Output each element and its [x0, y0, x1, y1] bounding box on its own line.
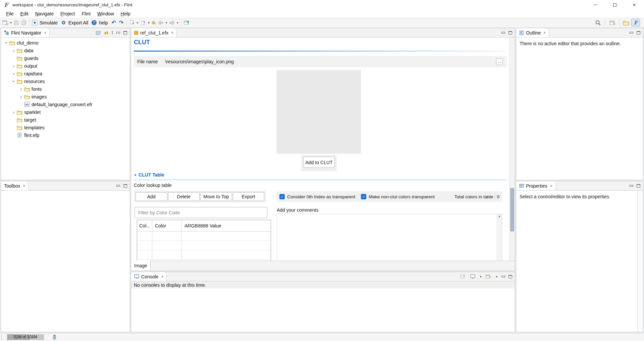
menu-edit[interactable]: Edit	[17, 10, 32, 17]
non-clut-transparent-checkbox[interactable]: ✓	[361, 194, 366, 199]
clut-table-section-header[interactable]: ▾ CLUT Table	[134, 172, 164, 178]
tree-item-templates[interactable]: templates	[1, 124, 130, 131]
tree-item-fonts[interactable]: ›fonts	[1, 85, 130, 93]
toolbox-close-icon[interactable]: ×	[23, 184, 25, 188]
tree-chevron-icon[interactable]: ›	[4, 40, 9, 46]
display-console-dropdown-icon[interactable]: ▾	[480, 275, 482, 278]
tab-properties[interactable]: Properties ×	[516, 181, 556, 190]
flint-perspective-icon[interactable]: F	[631, 19, 640, 26]
editor-scrollbar[interactable]	[509, 38, 515, 261]
properties-scrollbar[interactable]	[637, 191, 643, 332]
open-console-dropdown-icon[interactable]: ▾	[496, 275, 497, 278]
heap-status[interactable]: 52M of 108M	[7, 334, 44, 340]
clut-table[interactable]: Col... Color ARGB8888 Value	[137, 220, 271, 261]
navigator-close-icon[interactable]: ×	[44, 30, 46, 35]
help-button[interactable]: ? help	[91, 19, 110, 26]
editor-scrollbar-thumb[interactable]	[510, 188, 514, 231]
maximize-view-icon[interactable]	[123, 31, 127, 35]
minimize-button[interactable]	[586, 0, 605, 10]
resource-perspective-icon[interactable]	[623, 19, 629, 26]
open-console-icon[interactable]	[485, 273, 492, 280]
new-wizard-dropdown-icon[interactable]: ▾	[10, 21, 12, 24]
undo-icon[interactable]: ↶	[111, 19, 117, 26]
menu-navigate[interactable]: Navigate	[32, 10, 57, 17]
transparent-0th-index-checkbox[interactable]: ✓	[279, 194, 285, 199]
pin-console-icon[interactable]	[460, 273, 466, 280]
maximize-view-icon[interactable]	[637, 184, 640, 188]
maximize-view-icon[interactable]	[508, 31, 512, 35]
move-to-top-button[interactable]: Move to Top	[200, 192, 232, 201]
minimize-view-icon[interactable]	[116, 32, 120, 33]
tree-item-clut_demo[interactable]: ›clut_demo	[1, 39, 130, 47]
export-button[interactable]: Export	[233, 192, 265, 201]
pin-editor-icon[interactable]	[183, 19, 190, 26]
forward-dropdown-icon[interactable]: ▾	[177, 21, 178, 24]
menu-file[interactable]: File	[3, 10, 17, 17]
table-row[interactable]	[137, 241, 271, 250]
outline-close-icon[interactable]: ×	[543, 30, 546, 35]
search-icon[interactable]	[595, 19, 601, 26]
redo-icon[interactable]: ↷	[118, 19, 124, 26]
tree-chevron-icon[interactable]: ›	[11, 48, 16, 53]
tree-item-resources[interactable]: ›resources	[1, 77, 130, 85]
next-annotation-icon[interactable]	[129, 19, 135, 26]
tree-chevron-icon[interactable]: ›	[11, 79, 16, 84]
comments-scrollbar[interactable]: ▲	[497, 214, 502, 261]
garbage-collect-icon[interactable]	[52, 334, 57, 340]
properties-close-icon[interactable]: ×	[550, 184, 552, 188]
previous-annotation-dropdown-icon[interactable]: ▾	[148, 21, 150, 24]
minimize-view-icon[interactable]	[116, 185, 120, 187]
maximize-button[interactable]	[605, 0, 625, 10]
new-wizard-icon[interactable]	[2, 19, 8, 26]
tree-item-flint.efp[interactable]: flint.efp	[1, 131, 130, 139]
browse-button[interactable]: ...	[496, 58, 503, 65]
console-close-icon[interactable]: ×	[161, 274, 163, 279]
back-icon[interactable]	[158, 19, 164, 26]
comments-textarea[interactable]: ▲	[277, 214, 502, 261]
tree-chevron-icon[interactable]: ›	[18, 94, 24, 99]
add-to-clut-button[interactable]: Add to CLUT	[303, 157, 335, 168]
delete-button[interactable]: Delete	[168, 192, 200, 201]
tree-item-images[interactable]: ›images	[1, 93, 130, 100]
filter-color-code-input[interactable]	[135, 207, 267, 218]
open-perspective-icon[interactable]	[609, 19, 616, 26]
maximize-view-icon[interactable]	[123, 184, 127, 188]
menu-project[interactable]: Project	[57, 10, 78, 17]
close-button[interactable]: ×	[625, 0, 644, 10]
tree-item-default_language_convert.efr[interactable]: AAdefault_language_convert.efr	[1, 100, 130, 108]
table-row[interactable]	[137, 250, 271, 260]
tree-item-sparklet[interactable]: ›sparklet	[1, 108, 130, 116]
tab-toolbox[interactable]: Toolbox ×	[1, 181, 29, 190]
tree-chevron-icon[interactable]: ›	[11, 110, 16, 115]
minimize-view-icon[interactable]	[630, 32, 633, 33]
table-row[interactable]	[137, 231, 271, 241]
tab-console[interactable]: Console ×	[131, 272, 167, 281]
back-dropdown-icon[interactable]: ▾	[166, 21, 167, 24]
scroll-up-icon[interactable]: ▲	[497, 214, 502, 219]
simulate-button[interactable]: Simulate	[32, 19, 60, 26]
previous-annotation-icon[interactable]	[140, 19, 146, 26]
last-edit-location-icon[interactable]	[150, 19, 157, 26]
tree-item-data[interactable]: ›data	[1, 47, 130, 54]
save-icon[interactable]	[13, 19, 20, 26]
tab-image-page[interactable]: Image	[131, 261, 151, 271]
tree-item-target[interactable]: target	[1, 116, 130, 124]
minimize-view-icon[interactable]	[501, 276, 505, 277]
export-all-button[interactable]: Export All	[60, 19, 91, 26]
forward-icon[interactable]	[169, 19, 175, 26]
menu-help[interactable]: Help	[117, 10, 134, 17]
tab-ref-clut-1-efx[interactable]: ref_clut_1.efx ×	[131, 28, 177, 37]
tree-chevron-icon[interactable]: ›	[11, 63, 16, 68]
tree-chevron-icon[interactable]: ›	[11, 71, 16, 76]
maximize-view-icon[interactable]	[508, 275, 512, 278]
link-with-editor-icon[interactable]: ⇄	[104, 30, 108, 36]
menu-flint[interactable]: Flint	[78, 10, 94, 17]
add-button[interactable]: Add	[136, 192, 167, 201]
view-menu-icon[interactable]: ⁞	[112, 30, 113, 35]
tree-item-rapidsea[interactable]: ›rapidsea	[1, 70, 130, 77]
tab-flint-navigator[interactable]: Flint Navigator ×	[1, 28, 50, 37]
minimize-view-icon[interactable]	[501, 32, 505, 33]
tree-item-guards[interactable]: guards	[1, 54, 130, 62]
next-annotation-dropdown-icon[interactable]: ▾	[137, 21, 139, 24]
menu-window[interactable]: Window	[94, 10, 117, 17]
